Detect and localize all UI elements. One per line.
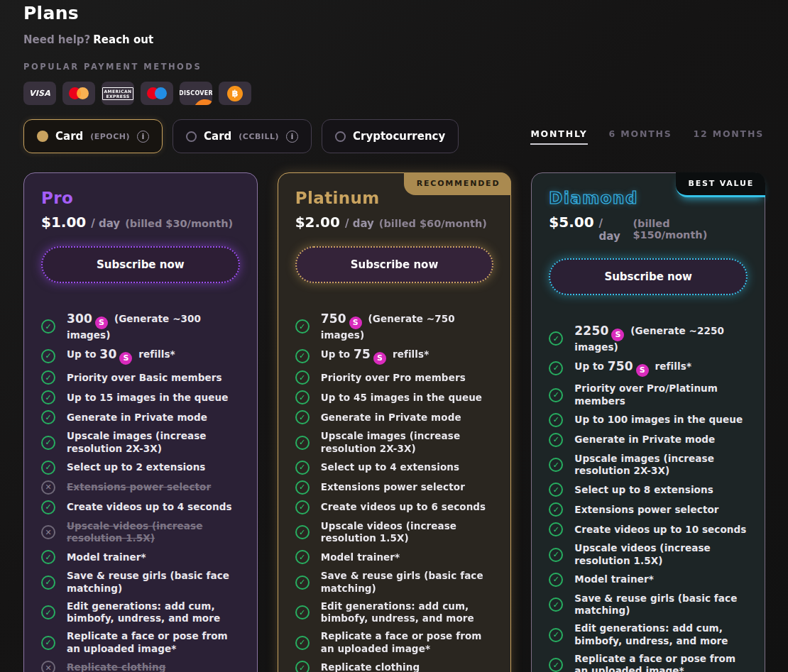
payment-option-cryptocurrency[interactable]: Cryptocurrency — [322, 119, 459, 153]
check-icon: ✓ — [41, 575, 55, 590]
need-help-line: Need help?Reach out — [23, 33, 765, 46]
check-icon: ✓ — [41, 390, 55, 404]
check-icon: ✓ — [295, 480, 310, 495]
feature-text: Upscale videos (increase resolution 1.5X… — [67, 520, 240, 545]
info-icon[interactable]: i — [137, 131, 149, 143]
check-icon: ✓ — [295, 636, 310, 650]
check-icon: ✓ — [549, 413, 563, 427]
billing-period-tabs: MONTHLY 6 MONTHS 12 MONTHS — [530, 128, 764, 145]
check-icon: ✓ — [41, 319, 55, 334]
feature-text: Priority over Pro/Platinum members — [574, 382, 748, 407]
payment-methods-row: VISA AMERICANEXPRESS DISCOVER ฿ — [23, 82, 765, 105]
feature-row: ✓ Select up to 4 extensions — [295, 461, 494, 475]
feature-text: Up to 100 images in the queue — [574, 414, 743, 426]
feature-row: ✓ Save & reuse girls (basic face matchin… — [41, 570, 240, 595]
check-icon: ✓ — [41, 550, 55, 564]
options-row: Card (EPOCH) i Card (CCBILL) i Cryptocur… — [23, 119, 765, 153]
visa-icon: VISA — [23, 82, 56, 105]
plan-card-platinum: RECOMMENDED Platinum $2.00 / day (billed… — [278, 172, 512, 672]
feature-text: Model trainer* — [321, 551, 400, 563]
plan-price-row: $1.00 / day (billed $30/month) — [41, 214, 240, 231]
check-icon: ✓ — [295, 525, 310, 539]
plan-price-row: $5.00 / day (billed $150/month) — [549, 214, 748, 243]
feature-text: Up to 30S refills* — [67, 347, 175, 365]
feature-text: Extensions power selector — [321, 481, 465, 493]
plan-price: $2.00 — [295, 214, 340, 231]
cross-icon: ✕ — [41, 480, 55, 495]
need-help-text: Need help? — [23, 33, 90, 46]
feature-row: ✕ Extensions power selector — [41, 480, 240, 495]
payment-option-card-epoch[interactable]: Card (EPOCH) i — [23, 119, 163, 153]
feature-row: ✓ Model trainer* — [295, 550, 494, 564]
feature-row: ✓ Replicate clothing — [295, 661, 494, 672]
check-icon: ✓ — [549, 388, 563, 402]
plan-name: Pro — [41, 189, 240, 207]
best-value-badge: BEST VALUE — [676, 172, 766, 197]
tab-monthly[interactable]: MONTHLY — [530, 128, 587, 145]
feature-text: Priority over Pro members — [321, 372, 466, 384]
plan-period: / day — [345, 217, 374, 230]
feature-text: Create videos up to 4 seconds — [67, 501, 232, 513]
feature-text: Upscale images (increase resolution 2X-3… — [67, 430, 240, 455]
feature-text: Priority over Basic members — [67, 372, 222, 384]
feature-row: ✓ Save & reuse girls (basic face matchin… — [295, 570, 494, 595]
check-icon: ✓ — [41, 461, 55, 475]
tab-12-months[interactable]: 12 MONTHS — [694, 128, 764, 145]
check-icon: ✓ — [549, 502, 563, 517]
check-icon: ✓ — [295, 370, 310, 385]
subscribe-button[interactable]: Subscribe now — [41, 246, 240, 283]
feature-row: ✓ Priority over Basic members — [41, 370, 240, 385]
feature-row: ✓ Upscale videos (increase resolution 1.… — [295, 520, 494, 545]
feature-text: Edit generations: add cum, bimbofy, undr… — [67, 600, 240, 625]
subscribe-button[interactable]: Subscribe now — [549, 258, 748, 295]
feature-row: ✓ Replicate a face or pose from an uploa… — [295, 630, 494, 655]
feature-row: ✓ Priority over Pro/Platinum members — [549, 382, 748, 407]
plan-price: $1.00 — [41, 214, 86, 231]
feature-text: Select up to 8 extensions — [574, 484, 713, 496]
feature-row: ✓ Generate in Private mode — [295, 410, 494, 424]
payment-option-card-ccbill[interactable]: Card (CCBILL) i — [173, 119, 312, 153]
tab-6-months[interactable]: 6 MONTHS — [609, 128, 672, 145]
s-token-icon: S — [373, 352, 386, 365]
check-icon: ✓ — [549, 361, 563, 375]
cross-icon: ✕ — [41, 661, 55, 672]
plan-price: $5.00 — [549, 214, 593, 231]
payment-methods-label: POPULAR PAYMENT METHODS — [23, 62, 765, 72]
feature-text: Upscale images (increase resolution 2X-3… — [574, 453, 748, 478]
cross-icon: ✕ — [41, 525, 55, 539]
plan-price-row: $2.00 / day (billed $60/month) — [295, 214, 494, 231]
feature-row: ✓ Select up to 2 extensions — [41, 461, 240, 475]
feature-text: Generate in Private mode — [321, 412, 461, 424]
bitcoin-icon: ฿ — [219, 82, 251, 105]
feature-row: ✓ Edit generations: add cum, bimbofy, un… — [41, 600, 240, 625]
plan-card-diamond: BEST VALUE Diamond $5.00 / day (billed $… — [531, 172, 765, 672]
feature-text: Up to 15 images in the queue — [67, 392, 228, 404]
s-token-icon: S — [95, 316, 108, 329]
subscribe-button[interactable]: Subscribe now — [295, 246, 494, 283]
feature-text: Create videos up to 6 seconds — [321, 501, 486, 513]
plan-billed-note: (billed $150/month) — [633, 218, 748, 241]
plan-billed-note: (billed $60/month) — [379, 218, 487, 229]
check-icon: ✓ — [295, 349, 310, 363]
plan-card-pro: Pro $1.00 / day (billed $30/month) Subsc… — [23, 172, 258, 672]
radio-selected-icon — [37, 131, 48, 142]
feature-row: ✓ Generate in Private mode — [549, 433, 748, 447]
feature-text: Generate in Private mode — [67, 412, 207, 424]
feature-text: Upscale images (increase resolution 2X-3… — [321, 430, 494, 455]
check-icon: ✓ — [41, 370, 55, 385]
reach-out-link[interactable]: Reach out — [93, 33, 153, 46]
check-icon: ✓ — [41, 605, 55, 619]
feature-text: Edit generations: add cum, bimbofy, undr… — [321, 600, 494, 625]
check-icon: ✓ — [549, 522, 563, 536]
recommended-badge: RECOMMENDED — [404, 172, 512, 195]
feature-row: ✓ Up to 45 images in the queue — [295, 390, 494, 404]
feature-row: ✓ Upscale images (increase resolution 2X… — [295, 430, 494, 455]
feature-row: ✓ Save & reuse girls (basic face matchin… — [549, 593, 748, 617]
feature-text: Replicate clothing — [67, 661, 166, 672]
check-icon: ✓ — [549, 433, 563, 447]
check-icon: ✓ — [295, 390, 310, 404]
info-icon[interactable]: i — [286, 131, 298, 143]
feature-text: Select up to 2 extensions — [67, 461, 205, 473]
feature-text: 2250S (Generate ~2250 images) — [574, 324, 748, 353]
feature-text: Replicate a face or pose from an uploade… — [574, 653, 748, 672]
